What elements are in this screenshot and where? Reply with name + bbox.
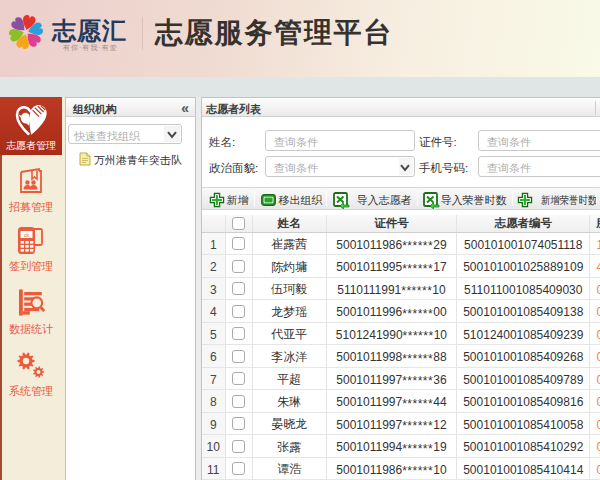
svg-text:ck: ck	[24, 232, 30, 238]
